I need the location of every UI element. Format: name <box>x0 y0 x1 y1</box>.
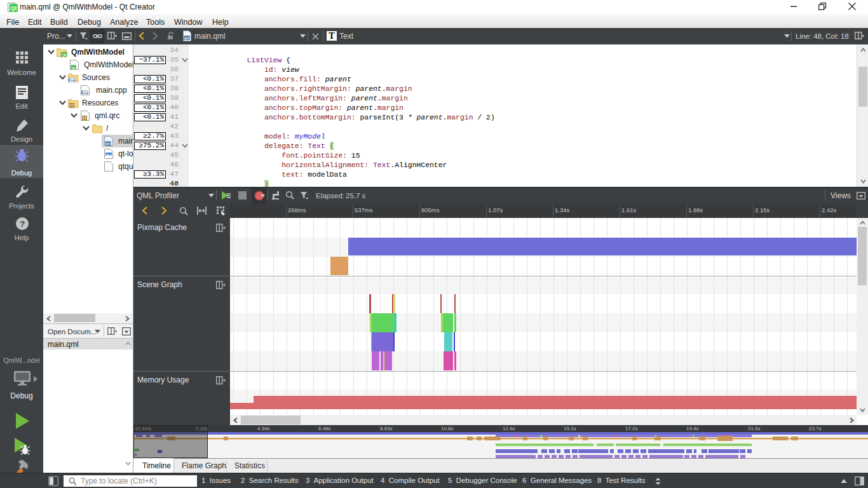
svg-text:Qt: Qt <box>11 5 17 11</box>
svg-text:qml: qml <box>105 142 111 146</box>
svg-text:?: ? <box>20 219 25 229</box>
svg-text:C++: C++ <box>68 78 76 82</box>
svg-text:C++: C++ <box>81 91 89 95</box>
svg-text:Qt: Qt <box>62 53 67 58</box>
svg-text:Qt: Qt <box>71 66 76 70</box>
svg-text:qml: qml <box>184 36 190 40</box>
